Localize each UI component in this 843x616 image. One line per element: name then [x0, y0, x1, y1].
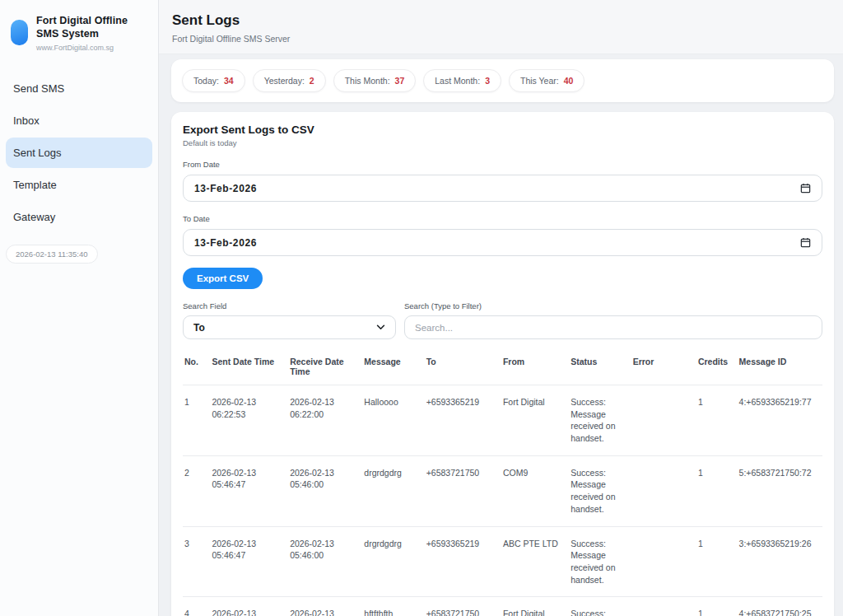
table-cell: hftfthfth: [362, 597, 424, 616]
brand-title: Fort Digital Offline SMS System: [36, 14, 148, 41]
table-cell: Halloooo: [362, 385, 424, 456]
stat-pill: Yesterday:2: [253, 69, 326, 92]
column-header: No.: [183, 350, 210, 385]
column-header: Sent Date Time: [210, 350, 288, 385]
stat-label: This Year:: [520, 76, 559, 86]
sidebar-item-sent-logs[interactable]: Sent Logs: [6, 138, 152, 168]
table-cell: 1: [696, 597, 738, 616]
table-cell: 2026-02-13 05:46:47: [210, 455, 288, 526]
from-date-input[interactable]: 13-Feb-2026: [183, 175, 822, 202]
table-header-row: No.Sent Date TimeReceive Date TimeMessag…: [183, 350, 822, 385]
table-cell: 4: [183, 597, 210, 616]
table-cell: 2026-02-13 05:46:00: [288, 455, 362, 526]
column-header: Credits: [696, 350, 738, 385]
table-cell: COM9: [501, 455, 569, 526]
table-row: 12026-02-13 06:22:532026-02-13 06:22:00H…: [183, 385, 822, 456]
stat-value: 2: [310, 76, 314, 86]
table-cell: 2026-02-13 06:22:53: [210, 385, 288, 456]
to-date-value: 13-Feb-2026: [194, 237, 800, 249]
table-cell: +6583721750: [425, 597, 501, 616]
stat-label: This Month:: [345, 76, 390, 86]
brand-url: www.FortDigital.com.sg: [36, 44, 148, 52]
stat-value: 37: [395, 76, 405, 86]
table-row: 42026-02-13 05:46:442026-02-13 05:46:00h…: [183, 597, 822, 616]
stat-value: 3: [485, 76, 490, 86]
search-field-value: To: [193, 322, 376, 334]
table-cell: Fort Digital: [501, 385, 569, 456]
search-input[interactable]: [404, 315, 822, 339]
search-field-select[interactable]: To: [183, 315, 396, 339]
main-area: Sent Logs Fort Digital Offline SMS Serve…: [159, 0, 843, 616]
page-content: Today:34Yesterday:2This Month:37Last Mon…: [159, 54, 843, 616]
server-time-badge: 2026-02-13 11:35:40: [6, 245, 98, 264]
search-field-label: Search Field: [183, 301, 396, 310]
table-cell: drgrdgdrg: [362, 455, 424, 526]
table-cell: 1: [696, 526, 738, 597]
search-query-label: Search (Type to Filter): [404, 301, 822, 310]
table-cell: 3:+6593365219:26: [738, 526, 822, 597]
page-header: Sent Logs Fort Digital Offline SMS Serve…: [159, 0, 843, 54]
table-cell: Success: Message received on handset.: [569, 385, 631, 456]
table-cell: 4:+6593365219:77: [738, 385, 822, 456]
column-header: From: [501, 350, 569, 385]
table-cell: 1: [696, 385, 738, 456]
page-subtitle: Fort Digital Offline SMS Server: [172, 34, 830, 44]
stat-label: Last Month:: [435, 76, 480, 86]
sidebar-item-gateway[interactable]: Gateway: [6, 202, 152, 232]
table-cell: 2: [183, 455, 210, 526]
table-cell: +6593365219: [425, 526, 501, 597]
export-section-title: Export Sent Logs to CSV: [183, 124, 822, 136]
table-cell: 2026-02-13 05:46:00: [288, 597, 362, 616]
sent-logs-table: No.Sent Date TimeReceive Date TimeMessag…: [183, 350, 822, 616]
calendar-icon[interactable]: [800, 237, 811, 248]
table-cell: 1: [696, 455, 738, 526]
stat-label: Yesterday:: [264, 76, 305, 86]
brand-logo-icon: [11, 20, 28, 45]
from-date-value: 13-Feb-2026: [194, 183, 800, 194]
export-logs-card: Export Sent Logs to CSV Default is today…: [171, 112, 834, 616]
chevron-down-icon: [376, 324, 385, 330]
table-cell: Success: Message received on handset.: [569, 455, 631, 526]
column-header: Message ID: [738, 350, 822, 385]
app-root: Fort Digital Offline SMS System www.Fort…: [0, 0, 843, 616]
table-row: 22026-02-13 05:46:472026-02-13 05:46:00d…: [183, 455, 822, 526]
table-cell: Success: Message received on handset.: [569, 597, 631, 616]
brand: Fort Digital Offline SMS System www.Fort…: [0, 14, 158, 52]
table-cell: 5:+6583721750:72: [738, 455, 822, 526]
column-header: Message: [362, 350, 424, 385]
stat-pill: This Month:37: [333, 69, 417, 92]
column-header: Status: [569, 350, 631, 385]
stats-card: Today:34Yesterday:2This Month:37Last Mon…: [171, 59, 834, 102]
table-cell: 2026-02-13 06:22:00: [288, 385, 362, 456]
table-cell: 3: [183, 526, 210, 597]
table-cell: [631, 455, 696, 526]
table-cell: [631, 385, 696, 456]
sidebar: Fort Digital Offline SMS System www.Fort…: [0, 0, 159, 616]
sidebar-item-inbox[interactable]: Inbox: [6, 105, 152, 136]
table-cell: 1: [183, 385, 210, 456]
to-date-input[interactable]: 13-Feb-2026: [183, 229, 822, 256]
column-header: Receive Date Time: [288, 350, 362, 385]
calendar-icon[interactable]: [800, 183, 811, 194]
stat-pill: This Year:40: [509, 69, 585, 92]
from-date-label: From Date: [183, 160, 822, 169]
table-cell: +6593365219: [425, 385, 501, 456]
sidebar-item-template[interactable]: Template: [6, 170, 152, 200]
table-cell: [631, 526, 696, 597]
sidebar-nav: Send SMSInboxSent LogsTemplateGateway: [0, 73, 158, 232]
table-cell: 2026-02-13 05:46:44: [210, 597, 288, 616]
export-csv-button[interactable]: Export CSV: [183, 268, 263, 289]
stat-pill: Today:34: [182, 69, 245, 92]
stat-label: Today:: [193, 76, 219, 86]
sidebar-item-send-sms[interactable]: Send SMS: [6, 73, 152, 104]
column-header: To: [425, 350, 501, 385]
table-cell: ABC PTE LTD: [501, 526, 569, 597]
table-cell: Fort Digital: [501, 597, 569, 616]
export-section-subtitle: Default is today: [183, 138, 822, 147]
column-header: Error: [631, 350, 696, 385]
to-date-label: To Date: [183, 214, 822, 223]
table-cell: 2026-02-13 05:46:47: [210, 526, 288, 597]
table-row: 32026-02-13 05:46:472026-02-13 05:46:00d…: [183, 526, 822, 597]
table-cell: +6583721750: [425, 455, 501, 526]
table-body: 12026-02-13 06:22:532026-02-13 06:22:00H…: [183, 385, 822, 616]
